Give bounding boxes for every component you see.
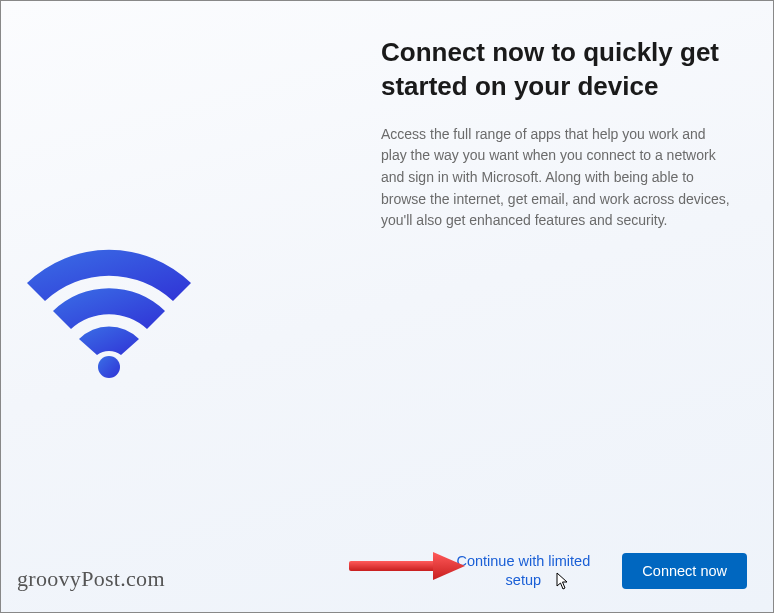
watermark-text: groovyPost.com: [17, 566, 165, 592]
continue-limited-setup-link[interactable]: Continue with limited setup: [448, 552, 598, 590]
page-title: Connect now to quickly get started on yo…: [381, 36, 733, 104]
wifi-icon: [21, 249, 196, 383]
illustration-pane: [1, 1, 361, 612]
connect-now-button[interactable]: Connect now: [622, 553, 747, 589]
page-description: Access the full range of apps that help …: [381, 124, 733, 232]
footer-actions: Continue with limited setup Connect now: [448, 552, 747, 590]
setup-window: Connect now to quickly get started on yo…: [0, 0, 774, 613]
content-pane: Connect now to quickly get started on yo…: [361, 1, 773, 612]
svg-point-0: [98, 356, 120, 378]
